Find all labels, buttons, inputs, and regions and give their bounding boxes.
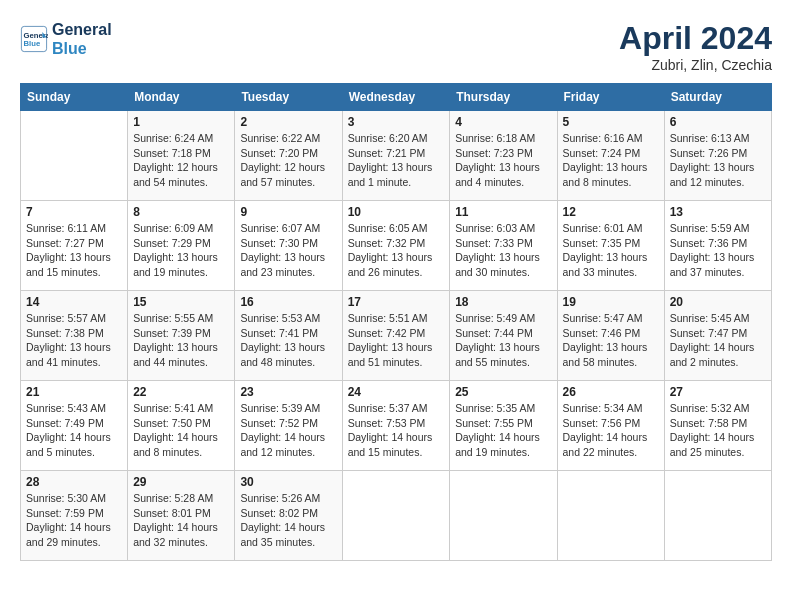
day-number: 30 — [240, 475, 336, 489]
weekday-header-monday: Monday — [128, 84, 235, 111]
day-number: 10 — [348, 205, 445, 219]
title-block: April 2024 Zubri, Zlin, Czechia — [619, 20, 772, 73]
day-info: Sunrise: 5:39 AM Sunset: 7:52 PM Dayligh… — [240, 401, 336, 460]
day-number: 27 — [670, 385, 766, 399]
calendar-cell: 10Sunrise: 6:05 AM Sunset: 7:32 PM Dayli… — [342, 201, 450, 291]
svg-text:Blue: Blue — [24, 39, 41, 48]
calendar-cell: 18Sunrise: 5:49 AM Sunset: 7:44 PM Dayli… — [450, 291, 557, 381]
calendar-cell: 25Sunrise: 5:35 AM Sunset: 7:55 PM Dayli… — [450, 381, 557, 471]
calendar-cell — [450, 471, 557, 561]
calendar-cell: 12Sunrise: 6:01 AM Sunset: 7:35 PM Dayli… — [557, 201, 664, 291]
week-row-3: 14Sunrise: 5:57 AM Sunset: 7:38 PM Dayli… — [21, 291, 772, 381]
day-info: Sunrise: 6:11 AM Sunset: 7:27 PM Dayligh… — [26, 221, 122, 280]
calendar-cell: 9Sunrise: 6:07 AM Sunset: 7:30 PM Daylig… — [235, 201, 342, 291]
day-info: Sunrise: 5:55 AM Sunset: 7:39 PM Dayligh… — [133, 311, 229, 370]
day-info: Sunrise: 5:32 AM Sunset: 7:58 PM Dayligh… — [670, 401, 766, 460]
day-info: Sunrise: 6:22 AM Sunset: 7:20 PM Dayligh… — [240, 131, 336, 190]
day-number: 17 — [348, 295, 445, 309]
day-info: Sunrise: 5:35 AM Sunset: 7:55 PM Dayligh… — [455, 401, 551, 460]
logo-line2: Blue — [52, 39, 112, 58]
day-number: 8 — [133, 205, 229, 219]
day-info: Sunrise: 5:43 AM Sunset: 7:49 PM Dayligh… — [26, 401, 122, 460]
day-number: 18 — [455, 295, 551, 309]
day-info: Sunrise: 5:28 AM Sunset: 8:01 PM Dayligh… — [133, 491, 229, 550]
calendar-cell: 3Sunrise: 6:20 AM Sunset: 7:21 PM Daylig… — [342, 111, 450, 201]
day-number: 11 — [455, 205, 551, 219]
weekday-row: SundayMondayTuesdayWednesdayThursdayFrid… — [21, 84, 772, 111]
day-info: Sunrise: 5:57 AM Sunset: 7:38 PM Dayligh… — [26, 311, 122, 370]
day-number: 9 — [240, 205, 336, 219]
day-info: Sunrise: 6:01 AM Sunset: 7:35 PM Dayligh… — [563, 221, 659, 280]
calendar-cell: 19Sunrise: 5:47 AM Sunset: 7:46 PM Dayli… — [557, 291, 664, 381]
day-info: Sunrise: 5:30 AM Sunset: 7:59 PM Dayligh… — [26, 491, 122, 550]
weekday-header-friday: Friday — [557, 84, 664, 111]
calendar-cell: 23Sunrise: 5:39 AM Sunset: 7:52 PM Dayli… — [235, 381, 342, 471]
calendar-cell: 11Sunrise: 6:03 AM Sunset: 7:33 PM Dayli… — [450, 201, 557, 291]
calendar-cell: 14Sunrise: 5:57 AM Sunset: 7:38 PM Dayli… — [21, 291, 128, 381]
day-number: 2 — [240, 115, 336, 129]
day-info: Sunrise: 5:26 AM Sunset: 8:02 PM Dayligh… — [240, 491, 336, 550]
calendar-cell: 1Sunrise: 6:24 AM Sunset: 7:18 PM Daylig… — [128, 111, 235, 201]
day-number: 29 — [133, 475, 229, 489]
weekday-header-tuesday: Tuesday — [235, 84, 342, 111]
logo-line1: General — [52, 20, 112, 39]
location: Zubri, Zlin, Czechia — [619, 57, 772, 73]
week-row-1: 1Sunrise: 6:24 AM Sunset: 7:18 PM Daylig… — [21, 111, 772, 201]
calendar-body: 1Sunrise: 6:24 AM Sunset: 7:18 PM Daylig… — [21, 111, 772, 561]
calendar-cell — [664, 471, 771, 561]
calendar-cell: 21Sunrise: 5:43 AM Sunset: 7:49 PM Dayli… — [21, 381, 128, 471]
day-info: Sunrise: 5:49 AM Sunset: 7:44 PM Dayligh… — [455, 311, 551, 370]
day-info: Sunrise: 6:03 AM Sunset: 7:33 PM Dayligh… — [455, 221, 551, 280]
calendar-cell: 20Sunrise: 5:45 AM Sunset: 7:47 PM Dayli… — [664, 291, 771, 381]
day-number: 26 — [563, 385, 659, 399]
calendar-cell — [21, 111, 128, 201]
calendar-cell: 24Sunrise: 5:37 AM Sunset: 7:53 PM Dayli… — [342, 381, 450, 471]
calendar-cell: 7Sunrise: 6:11 AM Sunset: 7:27 PM Daylig… — [21, 201, 128, 291]
calendar-cell: 15Sunrise: 5:55 AM Sunset: 7:39 PM Dayli… — [128, 291, 235, 381]
day-number: 3 — [348, 115, 445, 129]
calendar-header: SundayMondayTuesdayWednesdayThursdayFrid… — [21, 84, 772, 111]
week-row-2: 7Sunrise: 6:11 AM Sunset: 7:27 PM Daylig… — [21, 201, 772, 291]
day-info: Sunrise: 5:41 AM Sunset: 7:50 PM Dayligh… — [133, 401, 229, 460]
calendar-cell: 6Sunrise: 6:13 AM Sunset: 7:26 PM Daylig… — [664, 111, 771, 201]
day-number: 5 — [563, 115, 659, 129]
calendar-cell: 29Sunrise: 5:28 AM Sunset: 8:01 PM Dayli… — [128, 471, 235, 561]
day-number: 21 — [26, 385, 122, 399]
calendar-cell — [342, 471, 450, 561]
calendar-cell — [557, 471, 664, 561]
calendar-cell: 27Sunrise: 5:32 AM Sunset: 7:58 PM Dayli… — [664, 381, 771, 471]
day-number: 23 — [240, 385, 336, 399]
day-info: Sunrise: 6:16 AM Sunset: 7:24 PM Dayligh… — [563, 131, 659, 190]
week-row-5: 28Sunrise: 5:30 AM Sunset: 7:59 PM Dayli… — [21, 471, 772, 561]
day-info: Sunrise: 5:45 AM Sunset: 7:47 PM Dayligh… — [670, 311, 766, 370]
day-number: 4 — [455, 115, 551, 129]
calendar-cell: 30Sunrise: 5:26 AM Sunset: 8:02 PM Dayli… — [235, 471, 342, 561]
calendar-cell: 22Sunrise: 5:41 AM Sunset: 7:50 PM Dayli… — [128, 381, 235, 471]
day-number: 7 — [26, 205, 122, 219]
day-number: 16 — [240, 295, 336, 309]
calendar-table: SundayMondayTuesdayWednesdayThursdayFrid… — [20, 83, 772, 561]
page-header: General Blue General Blue April 2024 Zub… — [20, 20, 772, 73]
day-number: 1 — [133, 115, 229, 129]
day-number: 15 — [133, 295, 229, 309]
calendar-cell: 17Sunrise: 5:51 AM Sunset: 7:42 PM Dayli… — [342, 291, 450, 381]
day-info: Sunrise: 6:20 AM Sunset: 7:21 PM Dayligh… — [348, 131, 445, 190]
calendar-cell: 28Sunrise: 5:30 AM Sunset: 7:59 PM Dayli… — [21, 471, 128, 561]
logo-icon: General Blue — [20, 25, 48, 53]
weekday-header-saturday: Saturday — [664, 84, 771, 111]
day-info: Sunrise: 6:05 AM Sunset: 7:32 PM Dayligh… — [348, 221, 445, 280]
day-info: Sunrise: 6:09 AM Sunset: 7:29 PM Dayligh… — [133, 221, 229, 280]
day-number: 24 — [348, 385, 445, 399]
calendar-cell: 16Sunrise: 5:53 AM Sunset: 7:41 PM Dayli… — [235, 291, 342, 381]
day-info: Sunrise: 6:24 AM Sunset: 7:18 PM Dayligh… — [133, 131, 229, 190]
calendar-cell: 2Sunrise: 6:22 AM Sunset: 7:20 PM Daylig… — [235, 111, 342, 201]
day-info: Sunrise: 6:07 AM Sunset: 7:30 PM Dayligh… — [240, 221, 336, 280]
day-info: Sunrise: 5:37 AM Sunset: 7:53 PM Dayligh… — [348, 401, 445, 460]
day-info: Sunrise: 5:59 AM Sunset: 7:36 PM Dayligh… — [670, 221, 766, 280]
day-info: Sunrise: 5:34 AM Sunset: 7:56 PM Dayligh… — [563, 401, 659, 460]
day-number: 22 — [133, 385, 229, 399]
day-number: 14 — [26, 295, 122, 309]
day-number: 12 — [563, 205, 659, 219]
day-info: Sunrise: 5:53 AM Sunset: 7:41 PM Dayligh… — [240, 311, 336, 370]
calendar-cell: 13Sunrise: 5:59 AM Sunset: 7:36 PM Dayli… — [664, 201, 771, 291]
